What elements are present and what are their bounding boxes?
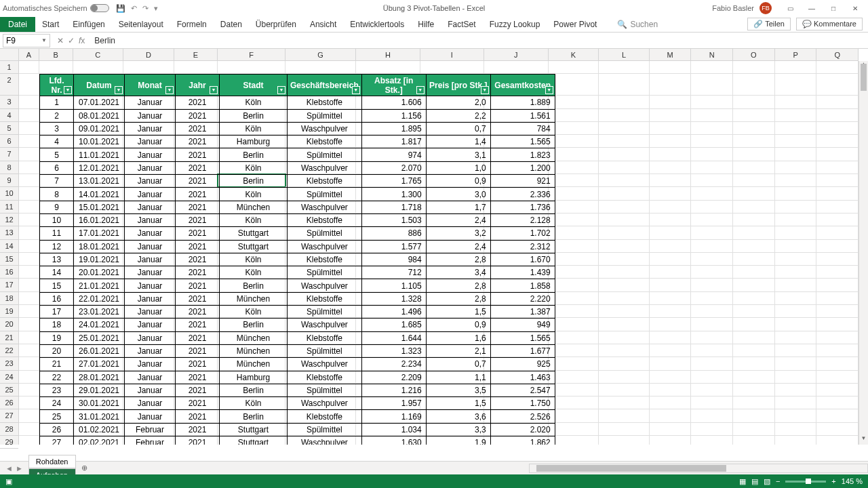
table-cell[interactable]: 1.169 (361, 410, 426, 423)
table-cell[interactable]: Hamburg (220, 136, 288, 148)
tab-daten[interactable]: Daten (214, 17, 249, 32)
undo-icon[interactable]: ↶ (131, 4, 137, 13)
table-cell[interactable]: Berlin (220, 410, 288, 423)
table-row[interactable]: 915.01.2021Januar2021MünchenWaschpulver1… (40, 201, 555, 214)
table-cell[interactable]: 1,1 (426, 371, 490, 384)
table-cell[interactable]: 6 (40, 161, 74, 174)
table-cell[interactable]: 2.312 (490, 240, 555, 253)
table-cell[interactable]: Spülmittel (288, 384, 362, 396)
table-cell[interactable]: 1.105 (361, 279, 426, 292)
table-cell[interactable]: 3,3 (426, 423, 490, 436)
row-header-24[interactable]: 24 (0, 371, 18, 384)
tab-power pivot[interactable]: Power Pivot (547, 17, 604, 32)
table-cell[interactable]: 2021 (176, 175, 220, 188)
add-sheet-button[interactable]: ⊕ (76, 464, 93, 472)
table-cell[interactable]: 1.644 (361, 331, 426, 344)
table-row[interactable]: 1420.01.2021Januar2021KölnSpülmittel7123… (40, 266, 555, 279)
table-cell[interactable]: 12.01.2021 (74, 161, 125, 174)
table-cell[interactable]: 1,6 (426, 331, 490, 344)
table-cell[interactable]: Klebstoffe (288, 96, 362, 109)
fx-icon[interactable]: fx (79, 36, 85, 45)
table-cell[interactable]: 15.01.2021 (74, 201, 125, 214)
table-cell[interactable]: Januar (125, 188, 176, 201)
table-cell[interactable]: 2021 (176, 436, 220, 445)
table-cell[interactable]: 1.216 (361, 384, 426, 396)
table-cell[interactable]: 1,9 (426, 436, 490, 445)
autosave-toggle[interactable]: Automatisches Speichern (3, 4, 109, 12)
table-cell[interactable]: 1.889 (490, 96, 555, 109)
col-header-J[interactable]: J (484, 49, 548, 60)
table-cell[interactable]: 0,9 (426, 319, 490, 331)
tab-file[interactable]: Datei (0, 17, 35, 32)
col-header-H[interactable]: H (356, 49, 420, 60)
table-row[interactable]: 1117.01.2021Januar2021StuttgartSpülmitte… (40, 227, 555, 240)
table-cell[interactable]: 1 (40, 96, 74, 109)
table-cell[interactable]: 2021 (176, 161, 220, 174)
table-cell[interactable]: 23 (40, 384, 74, 396)
tab-formeln[interactable]: Formeln (170, 17, 214, 32)
table-cell[interactable]: 26 (40, 423, 74, 436)
row-header-4[interactable]: 4 (0, 109, 18, 122)
table-cell[interactable]: 02.02.2021 (74, 436, 125, 445)
table-cell[interactable]: Januar (125, 344, 176, 357)
table-row[interactable]: 2329.01.2021Januar2021BerlinSpülmittel1.… (40, 384, 555, 396)
table-header[interactable]: Geschäftsbereich▼ (288, 75, 362, 96)
table-cell[interactable]: 1.577 (361, 240, 426, 253)
table-cell[interactable]: 2021 (176, 188, 220, 201)
row-header-3[interactable]: 3 (0, 96, 18, 108)
table-cell[interactable]: 3,0 (426, 188, 490, 201)
table-row[interactable]: 107.01.2021Januar2021KölnKlebstoffe1.606… (40, 96, 555, 109)
table-cell[interactable]: 16 (40, 292, 74, 305)
table-cell[interactable]: Januar (125, 306, 176, 319)
table-cell[interactable]: 921 (490, 175, 555, 188)
table-cell[interactable]: Köln (220, 214, 288, 226)
table-cell[interactable]: Köln (220, 188, 288, 201)
table-cell[interactable]: 1.858 (490, 279, 555, 292)
table-cell[interactable]: 19 (40, 331, 74, 344)
table-cell[interactable]: Stuttgart (220, 240, 288, 253)
page-layout-icon[interactable]: ▤ (751, 477, 758, 486)
table-cell[interactable]: 15 (40, 279, 74, 292)
table-cell[interactable]: 2021 (176, 397, 220, 410)
table-cell[interactable]: Spülmittel (288, 266, 362, 279)
table-cell[interactable]: 949 (490, 319, 555, 331)
share-button[interactable]: 🔗 Teilen (747, 18, 791, 30)
table-cell[interactable]: 886 (361, 227, 426, 240)
col-header-N[interactable]: N (691, 49, 733, 60)
table-cell[interactable]: 2.526 (490, 410, 555, 423)
table-cell[interactable]: 07.01.2021 (74, 96, 125, 109)
close-icon[interactable]: ✕ (845, 1, 865, 15)
table-cell[interactable]: 2,0 (426, 96, 490, 109)
table-cell[interactable]: Klebstoffe (288, 410, 362, 423)
table-cell[interactable]: 1.750 (490, 397, 555, 410)
table-row[interactable]: 511.01.2021Januar2021BerlinSpülmittel974… (40, 148, 555, 161)
formula-input[interactable]: Berlin (89, 35, 868, 47)
table-cell[interactable]: Waschpulver (288, 397, 362, 410)
table-cell[interactable]: 11.01.2021 (74, 148, 125, 161)
table-cell[interactable]: 1.439 (490, 266, 555, 279)
table-cell[interactable]: 2.070 (361, 161, 426, 174)
table-cell[interactable]: 30.01.2021 (74, 397, 125, 410)
row-header-28[interactable]: 28 (0, 423, 18, 436)
col-header-P[interactable]: P (775, 49, 817, 60)
save-icon[interactable]: 💾 (116, 4, 125, 13)
table-header[interactable]: Monat▼ (125, 75, 176, 96)
table-row[interactable]: 1016.01.2021Januar2021KölnKlebstoffe1.50… (40, 214, 555, 226)
table-cell[interactable]: Klebstoffe (288, 136, 362, 148)
table-cell[interactable]: 25.01.2021 (74, 331, 125, 344)
row-header-15[interactable]: 15 (0, 253, 18, 266)
table-cell[interactable]: Waschpulver (288, 161, 362, 174)
table-cell[interactable]: 3 (40, 122, 74, 135)
table-cell[interactable]: 13.01.2021 (74, 175, 125, 188)
vertical-scrollbar[interactable]: ▲ ▼ (859, 61, 868, 445)
table-cell[interactable]: Januar (125, 397, 176, 410)
table-cell[interactable]: 2021 (176, 423, 220, 436)
tab-einfügen[interactable]: Einfügen (66, 17, 111, 32)
col-header-M[interactable]: M (650, 49, 692, 60)
table-cell[interactable]: 3,1 (426, 148, 490, 161)
record-macro-icon[interactable]: ▣ (5, 477, 12, 486)
table-cell[interactable]: 1.895 (361, 122, 426, 135)
table-row[interactable]: 2026.01.2021Januar2021MünchenSpülmittel1… (40, 344, 555, 357)
table-header[interactable]: Preis [pro Stk.]▼ (426, 75, 490, 96)
table-cell[interactable]: Spülmittel (288, 227, 362, 240)
